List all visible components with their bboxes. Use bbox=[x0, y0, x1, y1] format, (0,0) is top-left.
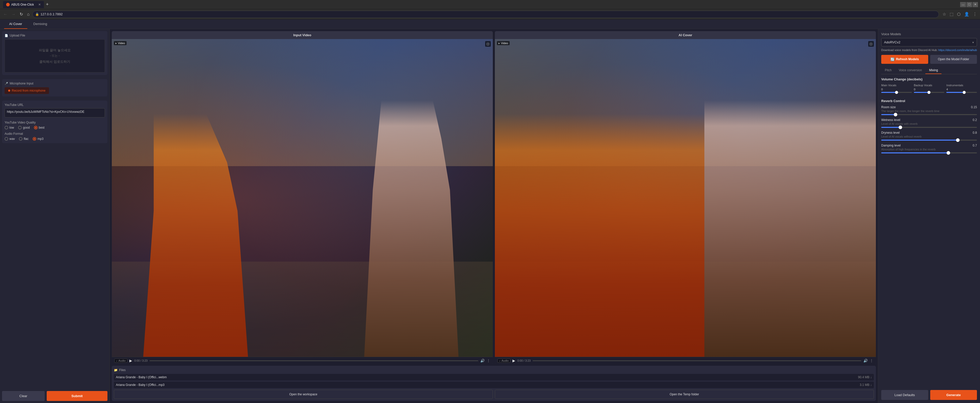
quality-good-radio[interactable] bbox=[18, 126, 22, 129]
upload-section: 📄 Upload File 파일을 끌어 놓으세요 - 또는 - 클릭해서 업로… bbox=[2, 31, 107, 75]
quality-best-radio[interactable] bbox=[34, 126, 38, 129]
format-mp3-option[interactable]: mp3 bbox=[33, 137, 43, 141]
discord-link-text: Download voice models from Discord AI Hu… bbox=[881, 48, 977, 52]
volume-change-section: Volume Change (decibels) Main Vocals 0 B… bbox=[881, 77, 977, 95]
format-radio-group: wav flac mp3 bbox=[5, 137, 105, 141]
tab-ai-cover[interactable]: AI Cover bbox=[4, 19, 27, 29]
tab-mixing[interactable]: Mixing bbox=[925, 67, 942, 74]
home-button[interactable]: ⌂ bbox=[26, 11, 31, 17]
wetness-level-slider-fill bbox=[881, 127, 900, 128]
quality-good-option[interactable]: good bbox=[18, 126, 30, 129]
damping-level-slider-thumb[interactable] bbox=[947, 151, 950, 155]
load-defaults-button[interactable]: Load Defaults bbox=[881, 390, 928, 400]
format-mp3-radio[interactable] bbox=[33, 137, 36, 141]
format-flac-radio[interactable] bbox=[19, 137, 22, 141]
input-volume-button[interactable]: 🔊 bbox=[480, 358, 485, 363]
ai-cover-video-container: Video ⊡ bbox=[495, 39, 876, 357]
upload-drop-area[interactable]: 파일을 끌어 놓으세요 - 또는 - 클릭해서 업로드하기 bbox=[5, 39, 105, 72]
person1-silhouette bbox=[112, 114, 321, 357]
instrumentals-slider-track bbox=[946, 92, 977, 93]
wetness-level-control: Wetness level 0.2 Level of AI vocals wit… bbox=[881, 118, 977, 128]
profile-button[interactable]: 👤 bbox=[963, 11, 970, 17]
room-size-sub-label: The larger the room, the longer the reve… bbox=[881, 110, 977, 113]
refresh-models-label: Refresh Models bbox=[896, 57, 919, 61]
backup-vocals-slider-thumb[interactable] bbox=[928, 91, 931, 94]
minimize-button[interactable]: — bbox=[960, 2, 966, 7]
quality-best-label: best bbox=[39, 126, 45, 129]
input-audio-time: 0:00 / 3:23 bbox=[134, 359, 148, 362]
backup-vocals-slider-fill bbox=[914, 92, 929, 93]
format-wav-option[interactable]: wav bbox=[5, 137, 15, 141]
open-workspace-button[interactable]: Open the workspace bbox=[114, 390, 493, 399]
main-vocals-slider-thumb[interactable] bbox=[895, 91, 898, 94]
person2-silhouette bbox=[321, 100, 493, 357]
dryness-level-label-row: Dryness level 0.8 bbox=[881, 131, 977, 134]
generate-button[interactable]: Generate bbox=[930, 390, 977, 400]
submit-button[interactable]: Submit bbox=[47, 391, 107, 401]
format-flac-option[interactable]: flac bbox=[19, 137, 29, 141]
ai-video-people bbox=[495, 87, 876, 357]
instrumentals-slider-fill bbox=[946, 92, 964, 93]
voice-model-select[interactable]: AdoRVCv2 bbox=[881, 38, 977, 46]
ai-cover-audio-label: Audio bbox=[497, 358, 511, 363]
tab-demixing[interactable]: Demixing bbox=[28, 19, 52, 29]
bottom-action-buttons: Load Defaults Generate bbox=[881, 387, 977, 400]
quality-low-option[interactable]: low bbox=[5, 126, 14, 129]
drop-text-click: 클릭해서 업로드하기 bbox=[39, 59, 70, 65]
yt-url-input[interactable]: https://youtu.be/bJuWIMFToNo?si=KpvCKn-U… bbox=[5, 108, 105, 118]
forward-button[interactable]: → bbox=[10, 11, 17, 17]
record-mic-button[interactable]: Record from microphone bbox=[5, 87, 49, 94]
file-row-1: Ariana Grande - Baby I (Offici...mp3 3.1… bbox=[114, 382, 874, 388]
room-size-value: 0.15 bbox=[971, 105, 977, 109]
tab-title: ABUS One-Click bbox=[11, 3, 34, 6]
extension-button[interactable]: ⬡ bbox=[956, 11, 962, 17]
quality-low-radio[interactable] bbox=[5, 126, 8, 129]
room-size-slider-thumb[interactable] bbox=[894, 113, 897, 116]
dryness-level-slider-track bbox=[881, 140, 977, 141]
tab-pitch[interactable]: Pitch bbox=[881, 67, 895, 74]
open-model-folder-button[interactable]: Open the Model Folder bbox=[930, 55, 977, 64]
input-audio-progress[interactable] bbox=[150, 360, 478, 361]
dryness-level-slider-thumb[interactable] bbox=[956, 139, 959, 142]
reload-button[interactable]: ↻ bbox=[18, 11, 24, 17]
tab-voice-conversion[interactable]: Voice conversion bbox=[895, 67, 926, 74]
ai-cover-corner-button[interactable]: ⊡ bbox=[868, 41, 874, 47]
right-panel: Voice Models AdoRVCv2 Download voice mod… bbox=[878, 29, 980, 403]
input-video-container: Video ⊡ bbox=[112, 39, 493, 357]
back-button[interactable]: ← bbox=[2, 11, 9, 17]
browser-tab-active[interactable]: ABUS One-Click ✕ bbox=[3, 1, 44, 8]
wetness-level-slider-thumb[interactable] bbox=[899, 126, 902, 129]
menu-button[interactable]: ⋮ bbox=[972, 11, 978, 17]
quality-best-option[interactable]: best bbox=[34, 126, 45, 129]
mic-label-icon: 🎤 bbox=[5, 82, 8, 85]
cast-button[interactable]: ⬚ bbox=[948, 11, 955, 17]
format-wav-radio[interactable] bbox=[5, 137, 8, 141]
address-bar[interactable]: 🔒 127.0.0.1:7892 bbox=[32, 11, 939, 18]
yt-url-label: YouTube URL bbox=[5, 103, 105, 107]
close-button[interactable]: ✕ bbox=[973, 2, 978, 7]
input-play-button[interactable]: ▶ bbox=[129, 358, 132, 363]
new-tab-button[interactable]: + bbox=[44, 2, 51, 7]
ai-cover-volume-button[interactable]: 🔊 bbox=[863, 358, 868, 363]
clear-button[interactable]: Clear bbox=[2, 391, 45, 401]
damping-level-value: 0.7 bbox=[973, 144, 977, 147]
input-video-corner-button[interactable]: ⊡ bbox=[485, 41, 491, 47]
ai-person2-silhouette bbox=[704, 100, 876, 357]
instrumentals-slider-thumb[interactable] bbox=[963, 91, 966, 94]
damping-level-control: Damping level 0.7 Absorption of high fre… bbox=[881, 144, 977, 153]
wetness-level-value: 0.2 bbox=[973, 118, 977, 122]
open-temp-button[interactable]: Open the Temp folder bbox=[495, 390, 874, 399]
discord-link[interactable]: https://discord.com/invite/aihub bbox=[939, 48, 977, 51]
ai-cover-audio-progress[interactable] bbox=[533, 360, 861, 361]
address-lock-icon: 🔒 bbox=[35, 13, 39, 16]
refresh-models-button[interactable]: 🔄 Refresh Models bbox=[881, 55, 928, 64]
maximize-button[interactable]: ☐ bbox=[966, 2, 972, 7]
input-audio-menu-button[interactable]: ⋮ bbox=[487, 358, 490, 363]
tab-close-button[interactable]: ✕ bbox=[38, 3, 41, 6]
bookmark-button[interactable]: ☆ bbox=[942, 11, 947, 17]
workspace-buttons: Open the workspace Open the Temp folder bbox=[114, 390, 874, 399]
ai-cover-play-button[interactable]: ▶ bbox=[512, 358, 515, 363]
file-size-1: 3.1 MB ↓ bbox=[860, 383, 872, 387]
ai-cover-audio-menu-button[interactable]: ⋮ bbox=[870, 358, 873, 363]
ai-cover-section: AI Cover Video bbox=[495, 31, 876, 364]
